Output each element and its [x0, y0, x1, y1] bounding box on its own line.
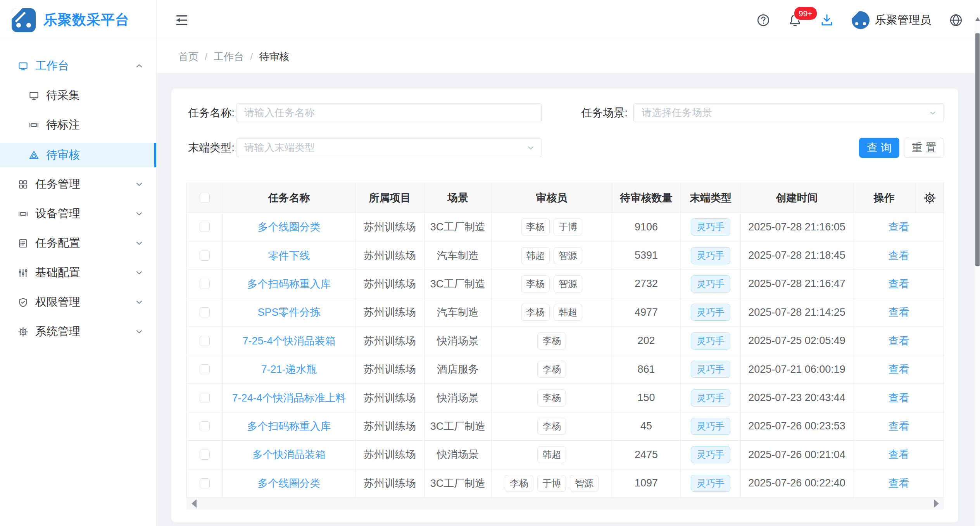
terminal-type-select[interactable]: 请输入末端类型	[236, 138, 542, 157]
scroll-right-icon[interactable]	[934, 499, 939, 508]
scene-label: 任务场景:	[581, 106, 628, 120]
task-name-link[interactable]: 7-24-4个快消品标准上料	[232, 391, 346, 405]
sidebar-item-label: 系统管理	[35, 324, 135, 339]
menu-fold-icon[interactable]	[174, 13, 189, 28]
sidebar-item-系统管理[interactable]: 系统管理	[0, 320, 156, 343]
row-checkbox[interactable]	[200, 421, 210, 431]
row-checkbox[interactable]	[200, 450, 210, 460]
view-link[interactable]: 查看	[889, 419, 909, 433]
reset-button[interactable]: 重 置	[904, 138, 944, 158]
task-name-link[interactable]: 多个线圈分类	[258, 476, 321, 490]
task-name-link[interactable]: 零件下线	[268, 249, 310, 263]
main-area: 99+ 乐聚管理员	[157, 0, 980, 526]
sidebar-item-label: 基础配置	[35, 265, 135, 280]
task-name-link[interactable]: 7-25-4个快消品装箱	[242, 334, 335, 348]
task-name-link[interactable]: 多个扫码称重入库	[247, 419, 331, 433]
reviewer-tag: 智源	[554, 247, 582, 264]
language-globe-icon[interactable]	[949, 13, 963, 27]
reviewers-cell: 韩超	[492, 441, 612, 469]
view-link[interactable]: 查看	[889, 305, 909, 319]
chevron-up-icon	[135, 61, 144, 71]
table-row: 多个扫码称重入库苏州训练场3C工厂制造李杨45灵巧手2025-07-26 00:…	[187, 412, 944, 441]
task-name-cell: 7-25-4个快消品装箱	[223, 327, 355, 355]
row-checkbox[interactable]	[200, 307, 210, 317]
table-wrap: 任务名称所属项目场景审核员待审核数量末端类型创建时间操作多个线圈分类苏州训练场3…	[186, 183, 944, 509]
created-time-cell: 2025-07-23 20:43:44	[741, 384, 853, 412]
row-checkbox[interactable]	[200, 251, 210, 261]
task-name-link[interactable]: 多个扫码称重入库	[247, 277, 331, 291]
created-time-cell: 2025-07-21 06:00:19	[741, 355, 853, 384]
task-name-link[interactable]: 多个线圈分类	[258, 220, 321, 234]
table-row: SPS零件分拣苏州训练场汽车制造李杨韩超4977灵巧手2025-07-28 21…	[187, 298, 944, 327]
search-button[interactable]: 查 询	[859, 138, 899, 158]
task-name-cell: 7-24-4个快消品标准上料	[223, 384, 355, 412]
reviewer-tag: 智源	[554, 275, 582, 292]
terminal-type-label: 末端类型:	[186, 140, 235, 155]
row-checkbox[interactable]	[200, 222, 210, 232]
sidebar-item-工作台[interactable]: 工作台	[0, 54, 156, 78]
created-time-cell: 2025-07-28 21:16:47	[741, 270, 853, 298]
user-menu[interactable]: 乐聚管理员	[852, 11, 931, 29]
shield-check-icon	[18, 297, 28, 308]
scene-cell: 3C工厂制造	[424, 270, 492, 298]
reviewer-tags: 韩超	[537, 446, 566, 463]
row-checkbox[interactable]	[200, 279, 210, 289]
app-root: 乐聚数采平台 工作台待采集待标注待审核任务管理设备管理任务配置基础配置权限管理系…	[0, 0, 980, 526]
task-name-link[interactable]: 7-21-递水瓶	[261, 362, 317, 376]
help-icon[interactable]	[756, 13, 770, 27]
view-link[interactable]: 查看	[889, 391, 909, 405]
sidebar-item-待采集[interactable]: 待采集	[0, 84, 156, 107]
sidebar-item-设备管理[interactable]: 设备管理	[0, 202, 156, 225]
chevron-down-icon	[135, 327, 144, 336]
view-link[interactable]: 查看	[889, 476, 909, 490]
reviewer-tags: 李杨	[537, 332, 566, 350]
terminal-type-tag: 灵巧手	[691, 247, 730, 264]
task-name-link[interactable]: 多个快消品装箱	[252, 448, 326, 462]
scene-cell: 快消场景	[424, 327, 492, 355]
view-link[interactable]: 查看	[889, 448, 909, 462]
scroll-left-icon[interactable]	[192, 499, 197, 508]
view-link[interactable]: 查看	[889, 334, 909, 348]
terminal-type-cell: 灵巧手	[681, 327, 741, 355]
task-name-input[interactable]	[244, 107, 533, 119]
view-link[interactable]: 查看	[889, 249, 909, 263]
task-name-link[interactable]: SPS零件分拣	[257, 305, 320, 319]
sidebar-item-待审核[interactable]: 待审核	[0, 143, 156, 167]
sidebar-item-任务配置[interactable]: 任务配置	[0, 232, 156, 255]
row-checkbox[interactable]	[200, 478, 210, 488]
sidebar-item-label: 任务配置	[35, 235, 135, 251]
download-icon[interactable]	[820, 13, 834, 27]
terminal-type-tag: 灵巧手	[691, 361, 730, 378]
breadcrumb-item-工作台[interactable]: 工作台	[214, 50, 244, 64]
reviewer-tag: 李杨	[521, 304, 550, 321]
column-header-created: 创建时间	[741, 183, 853, 213]
sidebar-item-权限管理[interactable]: 权限管理	[0, 291, 156, 314]
pending-count-cell: 2475	[612, 441, 681, 469]
sidebar-item-任务管理[interactable]: 任务管理	[0, 173, 156, 196]
view-link[interactable]: 查看	[889, 277, 909, 291]
created-time-cell: 2025-07-25 02:05:49	[741, 327, 853, 355]
pending-count-cell: 1097	[612, 469, 681, 498]
chevron-down-icon	[928, 108, 937, 118]
notifications-bell-icon[interactable]: 99+	[788, 13, 802, 27]
row-select-cell	[187, 384, 223, 412]
terminal-type-cell: 灵巧手	[681, 469, 741, 498]
sidebar-item-待标注[interactable]: 待标注	[0, 113, 156, 137]
scene-select[interactable]: 请选择任务场景	[633, 103, 944, 122]
view-link[interactable]: 查看	[889, 220, 909, 234]
scrollbar-thumb[interactable]	[975, 33, 980, 266]
breadcrumb-item-首页[interactable]: 首页	[178, 50, 198, 64]
chevron-down-icon	[135, 180, 144, 189]
terminal-type-tag: 灵巧手	[691, 446, 730, 463]
row-checkbox[interactable]	[200, 336, 210, 346]
project-cell: 苏州训练场	[355, 241, 424, 270]
terminal-type-tag: 灵巧手	[691, 275, 730, 292]
reviewer-tags: 李杨	[537, 361, 566, 378]
row-checkbox[interactable]	[200, 393, 210, 403]
column-settings-gear-icon[interactable]	[923, 192, 936, 204]
scroll-up-icon[interactable]	[975, 17, 980, 21]
select-all-checkbox[interactable]	[200, 193, 210, 203]
sidebar-item-基础配置[interactable]: 基础配置	[0, 261, 156, 284]
row-checkbox[interactable]	[200, 364, 210, 374]
view-link[interactable]: 查看	[889, 362, 909, 376]
